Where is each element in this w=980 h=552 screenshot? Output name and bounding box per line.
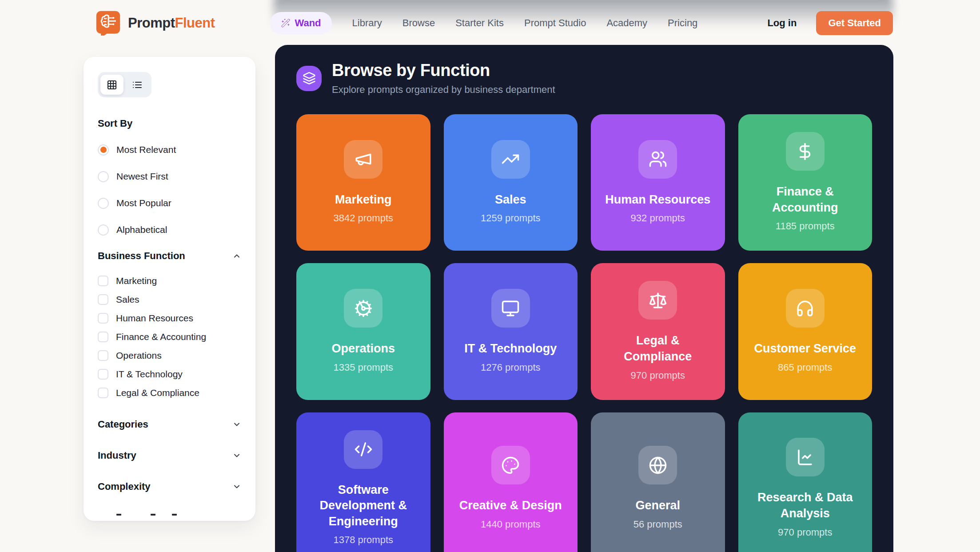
scale-icon bbox=[649, 291, 667, 310]
brand-logo-icon bbox=[96, 10, 121, 36]
list-icon bbox=[132, 80, 143, 90]
brand-name: PromptFluent bbox=[128, 15, 215, 31]
radio-button[interactable] bbox=[98, 224, 109, 236]
business-function-option[interactable]: IT & Technology bbox=[98, 368, 241, 380]
checkbox[interactable] bbox=[98, 388, 108, 398]
checkbox[interactable] bbox=[98, 313, 108, 324]
checkbox[interactable] bbox=[98, 294, 108, 305]
function-card-title: Marketing bbox=[335, 192, 392, 208]
function-card-marketing[interactable]: Marketing 3842 prompts bbox=[296, 114, 430, 251]
function-card-it-technology[interactable]: IT & Technology 1276 prompts bbox=[444, 263, 578, 400]
checkbox-label: Finance & Accounting bbox=[116, 332, 206, 342]
code-icon bbox=[354, 440, 373, 459]
function-card-sales[interactable]: Sales 1259 prompts bbox=[444, 114, 578, 251]
business-function-option[interactable]: Finance & Accounting bbox=[98, 330, 241, 343]
business-function-option[interactable]: Human Resources bbox=[98, 312, 241, 324]
function-card-operations[interactable]: Operations 1335 prompts bbox=[296, 263, 430, 400]
layers-icon bbox=[296, 66, 322, 91]
function-card-count: 1440 prompts bbox=[481, 519, 541, 530]
function-card-research-data-analysis[interactable]: Research & Data Analysis 970 prompts bbox=[738, 412, 872, 552]
function-card-count: 3842 prompts bbox=[333, 212, 393, 224]
function-card-count: 1276 prompts bbox=[481, 362, 541, 373]
business-function-option[interactable]: Operations bbox=[98, 349, 241, 362]
nav-item-library[interactable]: Library bbox=[352, 17, 382, 29]
users-icon bbox=[649, 150, 667, 168]
function-card-count: 970 prompts bbox=[778, 527, 832, 538]
top-header: PromptFluent WandLibraryBrowseStarter Ki… bbox=[0, 0, 980, 46]
chevron-down-icon bbox=[232, 420, 241, 429]
page-title: Browse by Function bbox=[332, 61, 555, 80]
function-card-count: 56 prompts bbox=[633, 519, 682, 530]
checkbox[interactable] bbox=[98, 369, 108, 380]
function-card-title: General bbox=[635, 498, 680, 514]
function-card-count: 1259 prompts bbox=[481, 212, 541, 224]
checkbox[interactable] bbox=[98, 276, 108, 286]
business-function-option[interactable]: Legal & Compliance bbox=[98, 386, 241, 399]
sort-option[interactable]: Alphabetical bbox=[98, 224, 241, 236]
dollar-icon bbox=[796, 142, 814, 161]
get-started-button[interactable]: Get Started bbox=[816, 11, 893, 35]
chart-line-icon bbox=[796, 448, 814, 467]
browse-by-function-panel: Browse by Function Explore prompts organ… bbox=[275, 45, 893, 552]
function-card-count: 1185 prompts bbox=[776, 220, 835, 232]
function-card-title: Software Development & Engineering bbox=[309, 482, 418, 530]
function-card-title: Operations bbox=[331, 341, 395, 357]
function-card-creative-design[interactable]: Creative & Design 1440 prompts bbox=[444, 412, 578, 552]
business-function-options: Marketing Sales Human Resources Finance … bbox=[98, 274, 241, 399]
function-card-count: 1335 prompts bbox=[333, 362, 393, 373]
chevron-down-icon bbox=[232, 482, 241, 491]
nav-item-starter-kits[interactable]: Starter Kits bbox=[455, 17, 504, 29]
radio-button[interactable] bbox=[98, 171, 109, 182]
filter-section-industry[interactable]: Industry bbox=[98, 450, 241, 461]
function-card-finance-accounting[interactable]: Finance & Accounting 1185 prompts bbox=[738, 114, 872, 251]
function-cards-grid: Marketing 3842 prompts Sales 1259 prompt… bbox=[296, 114, 872, 552]
filter-section-categories[interactable]: Categories bbox=[98, 419, 241, 430]
function-card-title: Finance & Accounting bbox=[751, 184, 860, 216]
checkbox-label: Human Resources bbox=[116, 313, 193, 324]
cog-icon bbox=[354, 299, 373, 318]
grid-view-button[interactable] bbox=[100, 75, 123, 95]
filters-sidebar: Sort By Most Relevant Newest First Most … bbox=[84, 57, 255, 521]
business-function-option[interactable]: Marketing bbox=[98, 274, 241, 287]
palette-icon bbox=[501, 456, 520, 475]
sort-option[interactable]: Most Relevant bbox=[98, 144, 241, 156]
checkbox-label: Legal & Compliance bbox=[116, 388, 199, 398]
brand-logo[interactable]: PromptFluent bbox=[96, 10, 215, 36]
function-card-title: IT & Technology bbox=[464, 341, 557, 357]
sort-options: Most Relevant Newest First Most Popular … bbox=[98, 144, 241, 236]
sort-option[interactable]: Most Popular bbox=[98, 197, 241, 209]
business-function-section-header[interactable]: Business Function bbox=[98, 250, 241, 262]
megaphone-icon bbox=[354, 150, 373, 168]
nav-item-prompt-studio[interactable]: Prompt Studio bbox=[524, 17, 586, 29]
function-card-human-resources[interactable]: Human Resources 932 prompts bbox=[591, 114, 725, 251]
radio-button[interactable] bbox=[98, 144, 109, 156]
function-card-software-development-engineering[interactable]: Software Development & Engineering 1378 … bbox=[296, 412, 430, 552]
monitor-icon bbox=[501, 299, 520, 318]
list-view-button[interactable] bbox=[126, 75, 149, 95]
function-card-title: Research & Data Analysis bbox=[751, 490, 860, 521]
function-card-legal-compliance[interactable]: Legal & Compliance 970 prompts bbox=[591, 263, 725, 400]
sort-option[interactable]: Newest First bbox=[98, 170, 241, 183]
nav-item-academy[interactable]: Academy bbox=[606, 17, 647, 29]
function-card-general[interactable]: General 56 prompts bbox=[591, 412, 725, 552]
function-card-count: 932 prompts bbox=[631, 212, 685, 224]
checkbox-label: Marketing bbox=[116, 276, 157, 286]
function-card-title: Human Resources bbox=[605, 192, 710, 208]
business-function-option[interactable]: Sales bbox=[98, 293, 241, 306]
checkbox[interactable] bbox=[98, 350, 108, 361]
sort-by-heading: Sort By bbox=[98, 118, 241, 129]
nav-item-wand[interactable]: Wand bbox=[270, 12, 332, 34]
trending-up-icon bbox=[501, 150, 520, 168]
function-card-title: Customer Service bbox=[754, 341, 856, 357]
nav-item-browse[interactable]: Browse bbox=[402, 17, 435, 29]
nav-item-pricing[interactable]: Pricing bbox=[668, 17, 697, 29]
login-link[interactable]: Log in bbox=[767, 17, 797, 29]
radio-button[interactable] bbox=[98, 198, 109, 209]
clipped-section-heading bbox=[98, 514, 241, 516]
sort-option-label: Most Popular bbox=[116, 198, 171, 208]
chevron-down-icon bbox=[232, 451, 241, 460]
filter-section-complexity[interactable]: Complexity bbox=[98, 481, 241, 492]
checkbox-label: Operations bbox=[116, 350, 162, 361]
checkbox[interactable] bbox=[98, 332, 108, 342]
function-card-customer-service[interactable]: Customer Service 865 prompts bbox=[738, 263, 872, 400]
